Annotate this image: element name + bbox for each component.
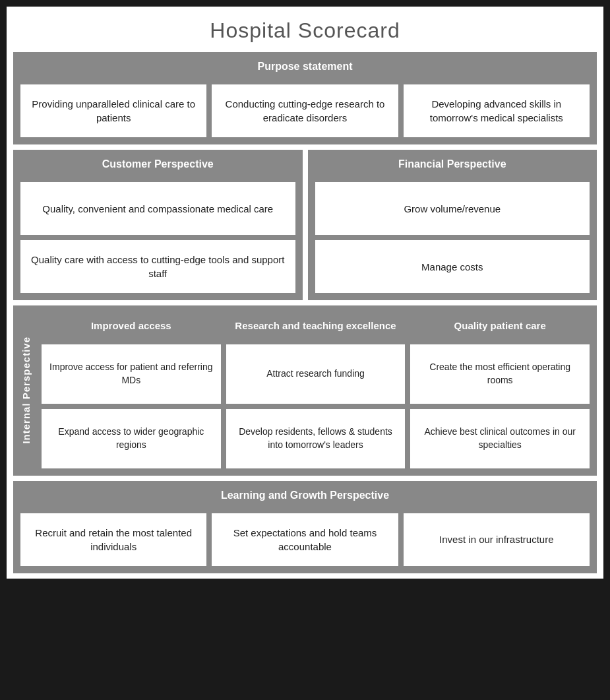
internal-label-wrapper: Internal Perspective [15, 307, 36, 474]
learning-card-1: Set expectations and hold teams accounta… [212, 513, 398, 566]
internal-col-0-header: Improved access [42, 313, 221, 339]
customer-section: Customer Perspective Quality, convenient… [13, 150, 303, 300]
internal-section: Internal Perspective Improved access Imp… [13, 305, 597, 476]
purpose-header: Purpose statement [15, 54, 595, 79]
internal-col-2-card-1: Achieve best clinical outcomes in our sp… [410, 409, 590, 468]
internal-col-2-card-0: Create the most efficient operating room… [410, 344, 590, 404]
learning-header: Learning and Growth Perspective [15, 483, 595, 508]
internal-col-0-card-0: Improve access for patient and referring… [42, 344, 221, 404]
mid-perspectives: Customer Perspective Quality, convenient… [13, 150, 597, 300]
customer-card-1: Quality care with access to cutting-edge… [20, 240, 295, 293]
purpose-card-2: Developing advanced skills in tomorrow's… [404, 84, 590, 137]
internal-col-1-card-1: Develop residents, fellows & students in… [226, 409, 406, 468]
purpose-section: Purpose statement Providing unparalleled… [13, 52, 597, 144]
financial-section: Financial Perspective Grow volume/revenu… [308, 150, 597, 300]
internal-col-1-cards: Attract research funding Develop residen… [226, 344, 406, 468]
financial-header: Financial Perspective [310, 152, 595, 177]
learning-card-2: Invest in our infrastructure [404, 513, 590, 566]
purpose-cards-grid: Providing unparalleled clinical care to … [15, 79, 595, 143]
learning-section: Learning and Growth Perspective Recruit … [13, 481, 597, 573]
financial-card-1: Manage costs [315, 240, 590, 293]
internal-content: Improved access Improve access for patie… [36, 307, 595, 474]
internal-col-2-cards: Create the most efficient operating room… [410, 344, 590, 468]
internal-col-1-header: Research and teaching excellence [226, 313, 406, 339]
page-title: Hospital Scorecard [7, 7, 603, 52]
customer-header: Customer Perspective [15, 152, 301, 177]
customer-cards: Quality, convenient and compassionate me… [15, 177, 301, 298]
scorecard-container: Hospital Scorecard Purpose statement Pro… [7, 7, 603, 579]
learning-cards-grid: Recruit and retain the most talented ind… [15, 508, 595, 571]
financial-cards: Grow volume/revenue Manage costs [310, 177, 595, 298]
customer-card-0: Quality, convenient and compassionate me… [20, 182, 295, 235]
financial-card-0: Grow volume/revenue [315, 182, 590, 235]
internal-col-2-header: Quality patient care [410, 313, 590, 339]
internal-col-2: Quality patient care Create the most eff… [410, 313, 590, 468]
internal-col-1: Research and teaching excellence Attract… [226, 313, 406, 468]
purpose-card-1: Conducting cutting-edge research to erad… [212, 84, 398, 137]
internal-col-0: Improved access Improve access for patie… [42, 313, 221, 468]
internal-perspective-label: Internal Perspective [20, 336, 32, 444]
purpose-card-0: Providing unparalleled clinical care to … [20, 84, 206, 137]
internal-col-0-card-1: Expand access to wider geographic region… [42, 409, 221, 468]
learning-card-0: Recruit and retain the most talented ind… [20, 513, 206, 566]
internal-col-1-card-0: Attract research funding [226, 344, 406, 404]
internal-col-0-cards: Improve access for patient and referring… [42, 344, 221, 468]
